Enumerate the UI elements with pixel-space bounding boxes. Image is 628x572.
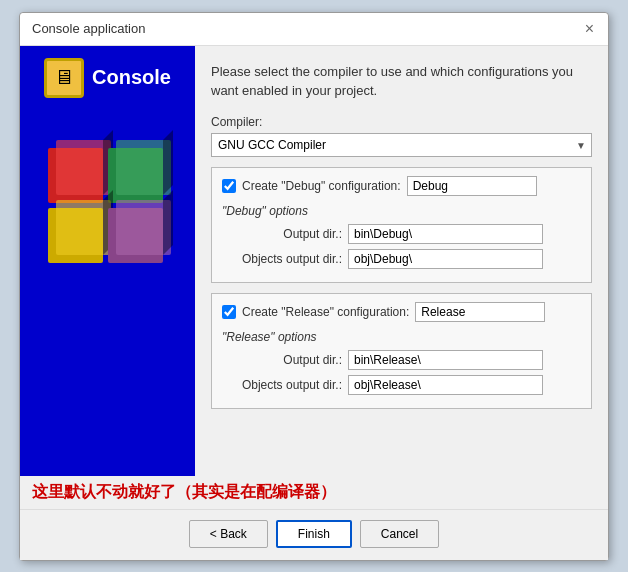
debug-options-label: "Debug" options (222, 204, 581, 218)
title-bar: Console application × (20, 13, 608, 46)
debug-output-dir-label: Output dir.: (222, 227, 342, 241)
annotation-text: 这里默认不动就好了（其实是在配编译器） (20, 476, 608, 509)
dialog-title: Console application (32, 21, 145, 36)
compiler-dropdown-wrapper: GNU GCC Compiler Microsoft Visual C++ Cl… (211, 133, 592, 157)
debug-config-title: Create "Debug" configuration: (242, 179, 401, 193)
release-config-header: Create "Release" configuration: (222, 302, 581, 322)
cubes-graphic (38, 138, 178, 278)
debug-config-section: Create "Debug" configuration: "Debug" op… (211, 167, 592, 283)
release-config-name-input[interactable] (415, 302, 545, 322)
console-application-dialog: Console application × 🖥 Console (19, 12, 609, 561)
left-panel: 🖥 Console (20, 46, 195, 476)
cube-yellow (48, 208, 103, 263)
compiler-select[interactable]: GNU GCC Compiler Microsoft Visual C++ Cl… (211, 133, 592, 157)
debug-objects-dir-input[interactable] (348, 249, 543, 269)
debug-config-checkbox[interactable] (222, 179, 236, 193)
compiler-field-group: Compiler: GNU GCC Compiler Microsoft Vis… (211, 115, 592, 157)
finish-button[interactable]: Finish (276, 520, 352, 548)
dialog-footer: < Back Finish Cancel (20, 509, 608, 560)
release-config-title: Create "Release" configuration: (242, 305, 409, 319)
release-output-dir-label: Output dir.: (222, 353, 342, 367)
intro-text: Please select the compiler to use and wh… (211, 62, 592, 101)
console-label: Console (92, 66, 171, 89)
release-objects-dir-label: Objects output dir.: (222, 378, 342, 392)
debug-config-name-input[interactable] (407, 176, 537, 196)
release-config-section: Create "Release" configuration: "Release… (211, 293, 592, 409)
dialog-body: 🖥 Console Please select the compiler to … (20, 46, 608, 476)
console-logo: 🖥 Console (44, 58, 171, 98)
console-icon: 🖥 (44, 58, 84, 98)
release-objects-dir-input[interactable] (348, 375, 543, 395)
console-icon-symbol: 🖥 (54, 66, 74, 89)
debug-output-dir-input[interactable] (348, 224, 543, 244)
release-output-dir-row: Output dir.: (222, 350, 581, 370)
release-config-checkbox[interactable] (222, 305, 236, 319)
back-button[interactable]: < Back (189, 520, 268, 548)
cube-purple (108, 208, 163, 263)
cancel-button[interactable]: Cancel (360, 520, 439, 548)
debug-objects-dir-label: Objects output dir.: (222, 252, 342, 266)
debug-objects-dir-row: Objects output dir.: (222, 249, 581, 269)
console-icon-row: 🖥 Console (44, 58, 171, 98)
release-objects-dir-row: Objects output dir.: (222, 375, 581, 395)
release-options-label: "Release" options (222, 330, 581, 344)
right-panel: Please select the compiler to use and wh… (195, 46, 608, 476)
cube-red (48, 148, 103, 203)
debug-config-header: Create "Debug" configuration: (222, 176, 581, 196)
close-button[interactable]: × (583, 21, 596, 37)
compiler-label: Compiler: (211, 115, 592, 129)
debug-output-dir-row: Output dir.: (222, 224, 581, 244)
release-output-dir-input[interactable] (348, 350, 543, 370)
cube-green (108, 148, 163, 203)
